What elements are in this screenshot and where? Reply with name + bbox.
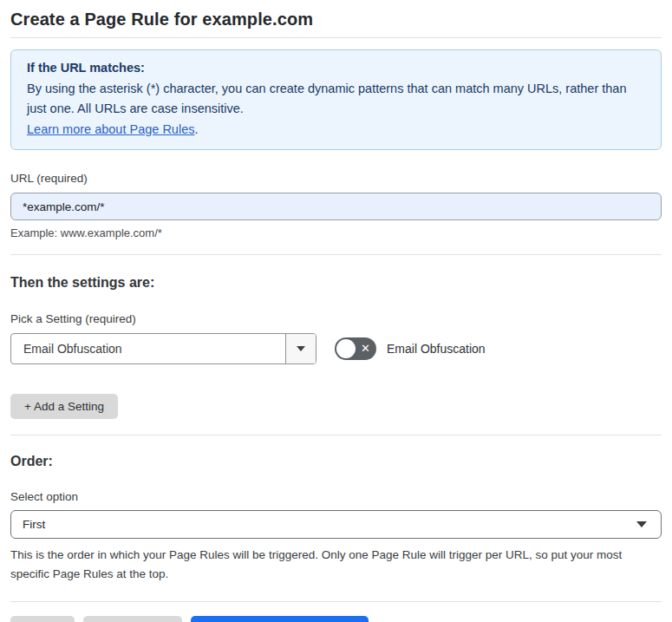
create-page-rule-panel: Create a Page Rule for example.com If th… xyxy=(0,0,672,622)
order-select[interactable]: First xyxy=(10,510,662,539)
footer-actions: Cancel Save as Draft Save and Deploy Pag… xyxy=(10,616,662,622)
toggle-off-x-icon: ✕ xyxy=(361,343,370,354)
section-divider-1 xyxy=(10,254,662,255)
setting-select[interactable]: Email Obfuscation xyxy=(10,333,316,364)
pick-setting-label: Pick a Setting (required) xyxy=(10,312,662,325)
url-example-text: Example: www.example.com/* xyxy=(10,226,662,239)
info-box-body: By using the asterisk (*) character, you… xyxy=(27,79,645,120)
email-obfuscation-toggle[interactable]: ✕ xyxy=(335,337,376,360)
toggle-knob xyxy=(336,339,356,358)
footer-divider xyxy=(10,601,662,602)
info-box-link-line: Learn more about Page Rules. xyxy=(27,120,645,141)
save-and-deploy-button[interactable]: Save and Deploy Page Rule xyxy=(191,616,369,622)
url-field-label: URL (required) xyxy=(10,172,662,185)
chevron-down-icon xyxy=(297,346,305,351)
settings-section-heading: Then the settings are: xyxy=(10,274,662,291)
chevron-down-icon xyxy=(636,521,647,527)
title-divider xyxy=(10,37,662,38)
save-as-draft-button[interactable]: Save as Draft xyxy=(83,616,182,622)
setting-select-arrow-button[interactable] xyxy=(285,334,316,363)
order-help-text: This is the order in which your Page Rul… xyxy=(10,546,662,584)
url-matches-info-box: If the URL matches: By using the asteris… xyxy=(10,49,662,150)
order-section-heading: Order: xyxy=(10,453,662,470)
setting-row: Email Obfuscation ✕ Email Obfuscation xyxy=(10,333,662,364)
order-select-label: Select option xyxy=(10,490,662,503)
link-suffix: . xyxy=(194,122,198,136)
email-obfuscation-toggle-group: ✕ Email Obfuscation xyxy=(335,337,486,360)
add-setting-button[interactable]: + Add a Setting xyxy=(10,394,118,419)
toggle-label: Email Obfuscation xyxy=(387,342,486,356)
learn-more-link[interactable]: Learn more about Page Rules xyxy=(27,122,194,136)
setting-select-value: Email Obfuscation xyxy=(11,334,285,363)
section-divider-2 xyxy=(10,435,662,435)
page-title: Create a Page Rule for example.com xyxy=(10,9,662,29)
cancel-button[interactable]: Cancel xyxy=(10,616,75,622)
url-input[interactable] xyxy=(10,193,662,220)
info-box-heading: If the URL matches: xyxy=(27,58,645,79)
order-select-value: First xyxy=(23,518,45,531)
